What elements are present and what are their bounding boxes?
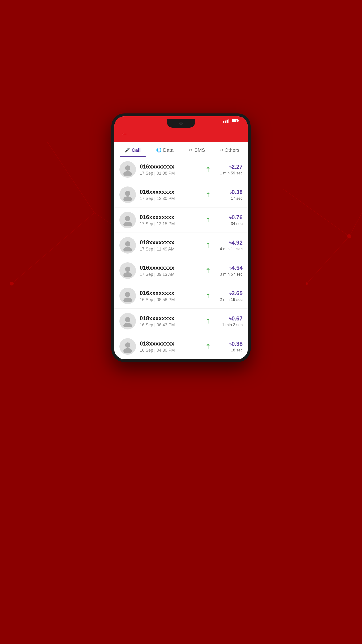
others-tab-label: Others — [225, 147, 239, 153]
svg-point-11 — [125, 191, 130, 196]
tab-call[interactable]: 🎤 Call — [117, 142, 149, 157]
call-number: 018xxxxxxxx — [140, 315, 201, 322]
cost-amount: ৳0.38 — [214, 340, 243, 347]
svg-point-8 — [306, 282, 308, 285]
call-info: 018xxxxxxxx 16 Sep | 04:30 PM — [140, 340, 201, 353]
cost-duration: 2 min 19 sec — [214, 297, 243, 302]
avatar — [119, 262, 136, 279]
phone-mockup: ← 🎤 Call 🌐 Data ✉ SMS ⚙ — [111, 114, 251, 362]
signal-icon — [223, 119, 229, 123]
call-cost: ৳0.38 17 sec — [214, 189, 243, 201]
svg-point-12 — [123, 196, 132, 201]
svg-line-4 — [283, 189, 349, 236]
avatar — [119, 288, 136, 304]
outgoing-call-icon: ↗ — [203, 190, 212, 199]
tab-others[interactable]: ⚙ Others — [213, 142, 246, 157]
outgoing-call-icon: ↗ — [203, 216, 212, 224]
svg-point-13 — [125, 216, 130, 221]
call-info: 016xxxxxxxx 17 Sep | 12:30 PM — [140, 188, 201, 201]
data-tab-icon: 🌐 — [156, 148, 162, 153]
svg-line-6 — [349, 213, 362, 236]
call-date: 17 Sep | 01:08 PM — [140, 171, 201, 176]
outgoing-call-icon: ↗ — [203, 342, 212, 351]
call-list: 016xxxxxxxx 17 Sep | 01:08 PM ↗ ৳2.27 1 … — [114, 157, 248, 359]
avatar — [119, 237, 136, 254]
call-cost: ৳0.67 1 min 2 sec — [214, 315, 243, 327]
call-number: 018xxxxxxxx — [140, 340, 201, 347]
call-info: 016xxxxxxxx 16 Sep | 08:58 PM — [140, 290, 201, 302]
cost-amount: ৳0.76 — [214, 214, 243, 221]
data-tab-label: Data — [163, 147, 174, 153]
call-item: 016xxxxxxxx 16 Sep | 08:58 PM ↗ ৳2.65 2 … — [114, 283, 248, 309]
call-info: 018xxxxxxxx 17 Sep | 11:49 AM — [140, 239, 201, 252]
cost-duration: 3 min 57 sec — [214, 272, 243, 277]
outgoing-call-icon: ↗ — [203, 165, 212, 174]
phone-frame: ← 🎤 Call 🌐 Data ✉ SMS ⚙ — [111, 114, 251, 362]
cost-amount: ৳4.54 — [214, 265, 243, 271]
call-item: 016xxxxxxxx 17 Sep | 01:08 PM ↗ ৳2.27 1 … — [114, 157, 248, 182]
svg-point-18 — [123, 272, 132, 277]
svg-point-19 — [125, 292, 130, 297]
battery-icon — [232, 119, 238, 122]
cost-duration: 4 min 11 sec — [214, 247, 243, 252]
cost-duration: 18 sec — [214, 348, 243, 352]
call-cost: ৳4.92 4 min 11 sec — [214, 240, 243, 252]
call-date: 16 Sep | 06:43 PM — [140, 322, 201, 328]
call-number: 016xxxxxxxx — [140, 290, 201, 296]
cost-duration: 34 sec — [214, 222, 243, 226]
call-number: 018xxxxxxxx — [140, 239, 201, 246]
avatar — [119, 338, 136, 355]
call-item: 018xxxxxxxx 16 Sep | 06:43 PM ↗ ৳0.67 1 … — [114, 309, 248, 334]
avatar — [119, 161, 136, 178]
outgoing-call-icon: ↗ — [203, 266, 212, 275]
call-item: 016xxxxxxxx 17 Sep | 09:13 AM ↗ ৳4.54 3 … — [114, 258, 248, 283]
back-button[interactable]: ← — [121, 130, 128, 138]
svg-point-20 — [123, 298, 132, 302]
call-info: 016xxxxxxxx 17 Sep | 12:15 PM — [140, 214, 201, 226]
call-cost: ৳0.38 18 sec — [214, 340, 243, 352]
call-date: 17 Sep | 09:13 AM — [140, 272, 201, 277]
svg-point-3 — [10, 282, 14, 286]
svg-point-10 — [123, 171, 132, 176]
cost-amount: ৳4.92 — [214, 240, 243, 246]
call-item: 018xxxxxxxx 16 Sep | 04:30 PM ↗ ৳0.38 18… — [114, 334, 248, 359]
camera-dot — [179, 122, 183, 125]
tab-data[interactable]: 🌐 Data — [149, 142, 181, 157]
call-date: 16 Sep | 08:58 PM — [140, 297, 201, 302]
call-number: 016xxxxxxxx — [140, 163, 201, 170]
svg-line-1 — [47, 142, 94, 213]
outgoing-call-icon: ↗ — [203, 292, 212, 300]
call-cost: ৳4.54 3 min 57 sec — [214, 265, 243, 277]
svg-point-15 — [125, 241, 130, 246]
cost-amount: ৳2.65 — [214, 290, 243, 296]
call-date: 17 Sep | 11:49 AM — [140, 247, 201, 252]
sms-tab-label: SMS — [194, 147, 205, 153]
svg-line-0 — [12, 213, 94, 284]
call-item: 016xxxxxxxx 17 Sep | 12:15 PM ↗ ৳0.76 34… — [114, 208, 248, 233]
call-tab-icon: 🎤 — [125, 148, 130, 153]
svg-point-21 — [125, 317, 130, 322]
call-number: 016xxxxxxxx — [140, 214, 201, 220]
avatar — [119, 313, 136, 330]
call-cost: ৳2.65 2 min 19 sec — [214, 290, 243, 302]
call-date: 17 Sep | 12:30 PM — [140, 196, 201, 201]
status-right — [223, 119, 241, 123]
svg-point-17 — [125, 266, 130, 272]
svg-point-16 — [123, 247, 132, 252]
tab-sms[interactable]: ✉ SMS — [181, 142, 213, 157]
others-tab-icon: ⚙ — [219, 148, 223, 153]
cost-amount: ৳2.27 — [214, 164, 243, 170]
avatar — [119, 186, 136, 203]
svg-point-14 — [123, 222, 132, 226]
call-tab-label: Call — [131, 147, 141, 153]
call-item: 018xxxxxxxx 17 Sep | 11:49 AM ↗ ৳4.92 4 … — [114, 233, 248, 258]
call-cost: ৳2.27 1 min 59 sec — [214, 164, 243, 176]
cost-duration: 1 min 2 sec — [214, 322, 243, 327]
svg-line-5 — [307, 236, 349, 284]
avatar — [119, 212, 136, 228]
sms-tab-icon: ✉ — [189, 148, 192, 153]
call-info: 016xxxxxxxx 17 Sep | 01:08 PM — [140, 163, 201, 176]
cost-duration: 1 min 59 sec — [214, 171, 243, 176]
outgoing-call-icon: ↗ — [203, 241, 212, 250]
call-date: 16 Sep | 04:30 PM — [140, 348, 201, 353]
